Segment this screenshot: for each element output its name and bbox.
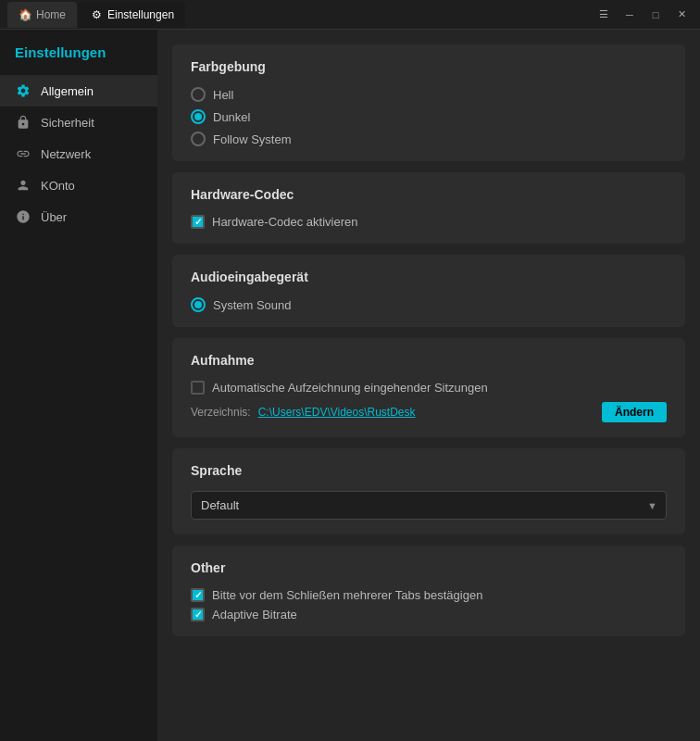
aufnahme-change-button[interactable]: Ändern (602, 402, 667, 422)
titlebar-controls: ☰ ─ □ ✕ (593, 6, 693, 24)
sprache-select[interactable]: Default Deutsch English Français Español (191, 491, 667, 520)
sidebar-item-ueber[interactable]: Über (0, 201, 157, 232)
radio-dunkel-label: Dunkel (213, 110, 250, 124)
sidebar-item-allgemein[interactable]: Allgemein (0, 75, 157, 107)
hardware-codec-title: Hardware-Codec (191, 187, 667, 202)
sidebar-item-sicherheit-label: Sicherheit (41, 116, 94, 130)
checkbox-adaptive-bitrate-label: Adaptive Bitrate (212, 608, 297, 622)
section-audio: Audioeingabegerät System Sound (172, 255, 685, 327)
audio-radio-group: System Sound (191, 297, 667, 312)
sidebar-item-konto[interactable]: KOnto (0, 170, 157, 201)
checkbox-confirm-tabs-box: ✓ (191, 588, 205, 602)
sprache-select-wrap: Default Deutsch English Français Español… (191, 491, 667, 520)
checkbox-hardware-codec-box: ✓ (191, 215, 205, 229)
checkbox-adaptive-bitrate-box: ✓ (191, 608, 205, 622)
checkbox-adaptive-bitrate-check: ✓ (194, 610, 202, 620)
checkbox-aufnahme-label: Automatische Aufzeichnung eingehender Si… (212, 381, 488, 395)
lock-icon (15, 114, 31, 131)
home-icon: 🏠 (19, 8, 31, 21)
radio-dunkel-dot (194, 113, 202, 120)
checkbox-confirm-tabs[interactable]: ✓ Bitte vor dem Schließen mehrerer Tabs … (191, 588, 667, 602)
titlebar-tabs: 🏠 Home ⚙ Einstellungen (7, 2, 593, 28)
checkbox-confirm-tabs-label: Bitte vor dem Schließen mehrerer Tabs be… (212, 588, 482, 602)
tab-home[interactable]: 🏠 Home (7, 2, 77, 28)
settings-icon: ⚙ (90, 8, 103, 21)
aufnahme-dir-label: Verzeichnis: (191, 406, 251, 419)
radio-follow-system[interactable]: Follow System (191, 132, 667, 146)
radio-dunkel-circle (191, 109, 206, 124)
gear-icon (15, 82, 31, 99)
sidebar-item-allgemein-label: Allgemein (41, 84, 94, 98)
app-layout: Einstellungen Allgemein Sicherheit (0, 30, 700, 741)
checkbox-adaptive-bitrate[interactable]: ✓ Adaptive Bitrate (191, 608, 667, 622)
section-other: Other ✓ Bitte vor dem Schließen mehrerer… (172, 546, 685, 636)
checkbox-aufnahme-box (191, 381, 205, 395)
aufnahme-dir-path[interactable]: C:\Users\EDV\Videos\RustDesk (258, 406, 594, 419)
checkbox-hardware-codec[interactable]: ✓ Hardware-Codec aktivieren (191, 215, 667, 229)
close-button[interactable]: ✕ (670, 6, 693, 24)
radio-follow-system-circle (191, 132, 206, 146)
maximize-button[interactable]: □ (644, 6, 667, 24)
radio-hell[interactable]: Hell (191, 87, 667, 102)
radio-system-sound-label: System Sound (213, 298, 292, 312)
menu-button[interactable]: ☰ (593, 6, 615, 24)
sidebar-item-sicherheit[interactable]: Sicherheit (0, 107, 157, 138)
checkbox-hardware-codec-label: Hardware-Codec aktivieren (212, 215, 358, 229)
radio-system-sound-dot (194, 301, 202, 308)
section-sprache: Sprache Default Deutsch English Français… (172, 448, 685, 534)
other-title: Other (191, 560, 667, 575)
aufnahme-title: Aufnahme (191, 353, 667, 368)
tab-home-label: Home (36, 8, 66, 21)
radio-dunkel[interactable]: Dunkel (191, 109, 667, 124)
section-aufnahme: Aufnahme Automatische Aufzeichnung einge… (172, 338, 685, 437)
sidebar: Einstellungen Allgemein Sicherheit (0, 30, 157, 741)
tab-einstellungen-label: Einstellungen (107, 8, 174, 21)
radio-system-sound-circle (191, 297, 206, 312)
section-farbgebung: Farbgebung Hell Dunkel Follow System (172, 44, 685, 161)
section-hardware-codec: Hardware-Codec ✓ Hardware-Codec aktivier… (172, 172, 685, 244)
aufnahme-dir-row: Verzeichnis: C:\Users\EDV\Videos\RustDes… (191, 402, 667, 422)
audio-title: Audioeingabegerät (191, 270, 667, 284)
titlebar: 🏠 Home ⚙ Einstellungen ☰ ─ □ ✕ (0, 0, 700, 30)
radio-hell-label: Hell (213, 88, 233, 102)
sidebar-item-ueber-label: Über (41, 210, 67, 224)
sidebar-title: Einstellungen (0, 44, 157, 75)
sprache-title: Sprache (191, 463, 667, 478)
main-content: Farbgebung Hell Dunkel Follow System (157, 30, 700, 741)
sidebar-item-konto-label: KOnto (41, 179, 75, 193)
farbgebung-title: Farbgebung (191, 59, 667, 74)
sidebar-item-netzwerk-label: Netzwerk (41, 147, 91, 161)
checkbox-confirm-tabs-check: ✓ (194, 591, 202, 600)
minimize-button[interactable]: ─ (619, 6, 641, 24)
checkbox-aufnahme[interactable]: Automatische Aufzeichnung eingehender Si… (191, 381, 667, 395)
info-icon (15, 208, 31, 225)
link-icon (15, 145, 31, 162)
farbgebung-radio-group: Hell Dunkel Follow System (191, 87, 667, 146)
radio-system-sound[interactable]: System Sound (191, 297, 667, 312)
radio-follow-system-label: Follow System (213, 132, 292, 146)
person-icon (15, 177, 31, 194)
radio-hell-circle (191, 87, 206, 102)
checkbox-hardware-codec-check: ✓ (194, 218, 202, 227)
sidebar-item-netzwerk[interactable]: Netzwerk (0, 138, 157, 170)
tab-einstellungen[interactable]: ⚙ Einstellungen (79, 2, 185, 28)
